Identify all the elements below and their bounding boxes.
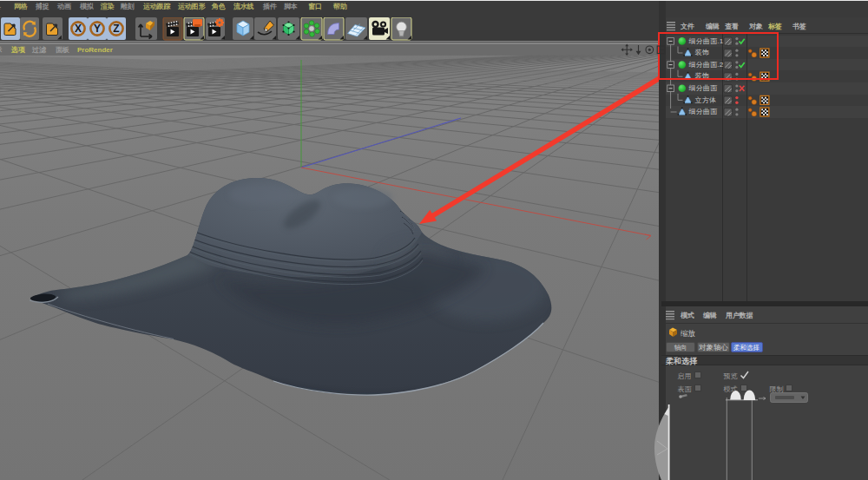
svg-text:Z: Z — [113, 23, 119, 35]
svg-text:Y: Y — [94, 23, 101, 35]
svg-text:X: X — [75, 23, 82, 35]
